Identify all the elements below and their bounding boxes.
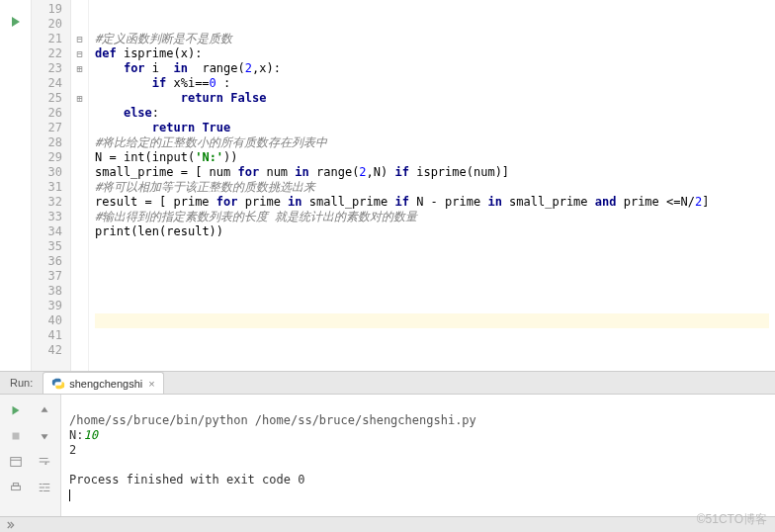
rerun-button[interactable] [2, 399, 30, 422]
run-gutter-icon[interactable] [8, 14, 24, 30]
run-toolbar [0, 395, 61, 521]
output-command: /home/ss/bruce/bin/python /home/ss/bruce… [69, 413, 476, 427]
scroll-down-button[interactable] [32, 424, 59, 448]
python-icon [51, 377, 65, 391]
code-line[interactable]: #输出得到的指定素数列表的长度 就是统计出的素数对的数量 [95, 210, 769, 224]
code-line[interactable]: print(len(result)) [95, 224, 769, 239]
code-line[interactable]: return False [95, 91, 769, 106]
code-line[interactable] [95, 284, 769, 299]
editor-area: 1920212223242526272829303132333435363738… [0, 0, 775, 372]
scroll-up-button[interactable] [32, 399, 59, 422]
code-line[interactable] [95, 299, 769, 313]
stop-button[interactable] [2, 424, 30, 448]
output-exit-msg: Process finished with exit code 0 [69, 473, 304, 487]
line-number-gutter: 1920212223242526272829303132333435363738… [32, 0, 71, 371]
output-user-input: 10 [83, 428, 97, 442]
code-line[interactable]: for i in range(2,x): [95, 61, 769, 76]
run-tab[interactable]: shengchengshi × [43, 372, 163, 394]
code-line[interactable]: else: [95, 106, 769, 121]
code-line[interactable] [95, 313, 769, 328]
close-icon[interactable]: × [148, 378, 154, 390]
svg-rect-0 [12, 433, 19, 440]
watermark: ©51CTO博客 [697, 511, 767, 528]
wrap-button[interactable] [32, 450, 59, 474]
code-line[interactable]: def isprime(x): [95, 46, 769, 61]
code-line[interactable]: result = [ prime for prime in small_prim… [95, 195, 769, 210]
code-line[interactable]: #定义函数判断是不是质数 [95, 32, 769, 46]
chevron-right-icon[interactable] [4, 519, 16, 531]
code-line[interactable]: N = int(input('N:')) [95, 150, 769, 165]
code-line[interactable] [95, 254, 769, 269]
code-line[interactable] [95, 17, 769, 32]
svg-rect-4 [13, 484, 18, 487]
code-line[interactable]: #将比给定的正整数小的所有质数存在列表中 [95, 135, 769, 150]
filter-button[interactable] [32, 476, 59, 499]
code-line[interactable] [95, 239, 769, 254]
output-cursor [69, 489, 70, 501]
print-button[interactable] [2, 476, 30, 499]
run-header: Run: shengchengshi × [0, 372, 775, 395]
svg-rect-3 [11, 486, 20, 489]
code-line[interactable] [95, 2, 769, 17]
output-result: 2 [69, 443, 76, 457]
editor-left-gutter [0, 0, 32, 371]
fold-gutter[interactable]: ⊟⊟⊞⊞ [71, 0, 89, 371]
code-line[interactable]: if x%i==0 : [95, 76, 769, 91]
run-tab-name: shengchengshi [69, 378, 142, 390]
code-line[interactable] [95, 343, 769, 358]
code-line[interactable]: small_prime = [ num for num in range(2,N… [95, 165, 769, 180]
code-line[interactable] [95, 328, 769, 343]
output-prompt: N: [69, 428, 83, 442]
code-line[interactable]: #将可以相加等于该正整数的质数挑选出来 [95, 180, 769, 195]
code-line[interactable]: return True [95, 121, 769, 135]
run-tool-window: Run: shengchengshi × /home/ss/bruce/bin/… [0, 372, 775, 516]
run-label: Run: [0, 377, 43, 389]
layout-button[interactable] [2, 450, 30, 474]
code-editor[interactable]: #定义函数判断是不是质数def isprime(x): for i in ran… [89, 0, 775, 371]
code-line[interactable] [95, 269, 769, 284]
run-output[interactable]: /home/ss/bruce/bin/python /home/ss/bruce… [61, 395, 775, 521]
svg-rect-1 [11, 458, 22, 467]
